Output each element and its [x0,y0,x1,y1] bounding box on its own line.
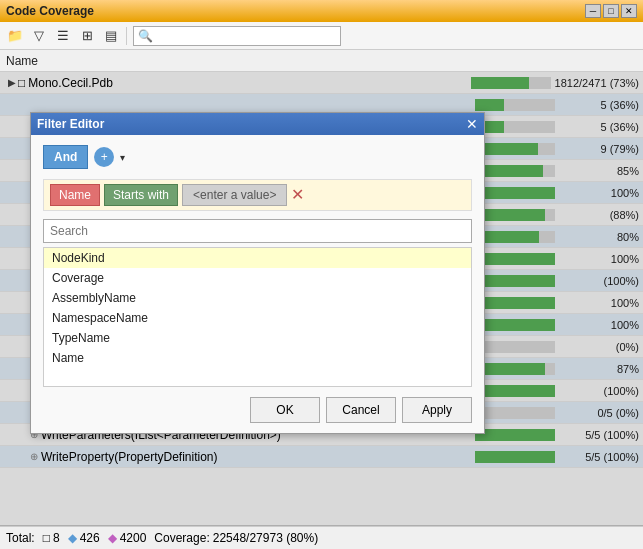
branch-icon: ◆ [108,531,117,545]
dialog-titlebar: Filter Editor ✕ [31,113,484,135]
main-content: ▶ □ Mono.Cecil.Pdb 1812/2471 (73%) 5 (36… [0,72,643,527]
search-icon: 🔍 [138,29,153,43]
files-icon: □ [43,531,50,545]
status-files: □ 8 [43,531,60,545]
filter-logic-row: And + ▾ [43,145,472,169]
toolbar-filter-btn[interactable]: ▽ [28,25,50,47]
close-button[interactable]: ✕ [621,4,637,18]
toolbar-grid-btn[interactable]: ⊞ [76,25,98,47]
toolbar-search-box: 🔍 [133,26,341,46]
dialog-title: Filter Editor [37,117,104,131]
toolbar: 📁 ▽ ☰ ⊞ ▤ 🔍 [0,22,643,50]
apply-button[interactable]: Apply [402,397,472,423]
add-condition-button[interactable]: + [94,147,114,167]
filter-editor-dialog: Filter Editor ✕ And + ▾ Name Starts with… [30,112,485,434]
minimize-button[interactable]: ─ [585,4,601,18]
total-label: Total: [6,531,35,545]
list-item[interactable]: NodeKind [44,248,471,268]
coverage-value: 22548/27973 (80%) [213,531,318,545]
toolbar-separator [126,27,127,45]
dialog-body: And + ▾ Name Starts with <enter a value>… [31,135,484,433]
status-coverage: Coverage: 22548/27973 (80%) [154,531,318,545]
list-item[interactable]: Coverage [44,268,471,288]
field-name-button[interactable]: Name [50,184,100,206]
clear-condition-button[interactable]: ✕ [291,187,304,203]
toolbar-list-btn[interactable]: ☰ [52,25,74,47]
toolbar-icon-1[interactable]: 📁 [4,25,26,47]
list-item[interactable]: TypeName [44,328,471,348]
window-controls: ─ □ ✕ [585,4,637,18]
and-button[interactable]: And [43,145,88,169]
filter-search-input[interactable] [43,219,472,243]
window-title: Code Coverage [6,4,94,18]
branch-count: 4200 [120,531,147,545]
coverage-label: Coverage: [154,531,209,545]
value-button[interactable]: <enter a value> [182,184,287,206]
status-total: Total: [6,531,35,545]
status-branch: ◆ 4200 [108,531,147,545]
maximize-button[interactable]: □ [603,4,619,18]
toolbar-table-btn[interactable]: ▤ [100,25,122,47]
files-count: 8 [53,531,60,545]
status-bar: Total: □ 8 ◆ 426 ◆ 4200 Coverage: 22548/… [0,525,643,549]
modal-overlay: Filter Editor ✕ And + ▾ Name Starts with… [0,72,643,527]
column-header: Name [0,50,643,72]
operator-button[interactable]: Starts with [104,184,178,206]
list-item[interactable]: Name [44,348,471,368]
cancel-button[interactable]: Cancel [326,397,396,423]
filter-list: NodeKind Coverage AssemblyName Namespace… [43,247,472,387]
ok-button[interactable]: OK [250,397,320,423]
status-covered: ◆ 426 [68,531,100,545]
covered-icon: ◆ [68,531,77,545]
covered-count: 426 [80,531,100,545]
plus-icon: + [101,150,108,164]
name-column-header: Name [6,54,38,68]
toolbar-search-input[interactable] [156,30,336,42]
add-dropdown-button[interactable]: ▾ [120,152,125,163]
dialog-close-button[interactable]: ✕ [466,117,478,131]
dialog-footer: OK Cancel Apply [43,397,472,423]
list-item[interactable]: NamespaceName [44,308,471,328]
list-item[interactable]: AssemblyName [44,288,471,308]
title-bar: Code Coverage ─ □ ✕ [0,0,643,22]
condition-row: Name Starts with <enter a value> ✕ [43,179,472,211]
